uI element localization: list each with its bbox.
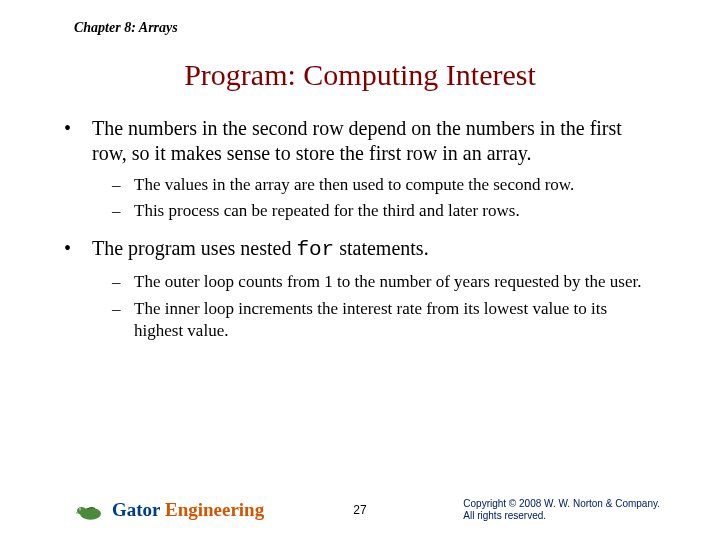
- logo-word-gator: Gator: [112, 499, 165, 520]
- sub-text: The values in the array are then used to…: [134, 174, 660, 196]
- svg-point-3: [79, 509, 80, 510]
- copyright-line: Copyright © 2008 W. W. Norton & Company.: [463, 498, 660, 510]
- dash-marker: –: [112, 298, 134, 342]
- sub-bullet: – The outer loop counts from 1 to the nu…: [112, 271, 660, 293]
- bullet-text: The program uses nested for statements.: [92, 236, 660, 263]
- gator-logo: Gator Engineering: [74, 498, 264, 522]
- gator-text: Gator Engineering: [112, 499, 264, 521]
- sub-bullet: – This process can be repeated for the t…: [112, 200, 660, 222]
- dash-marker: –: [112, 174, 134, 196]
- sub-text: The outer loop counts from 1 to the numb…: [134, 271, 660, 293]
- slide-title: Program: Computing Interest: [0, 58, 720, 92]
- bullet-item: • The program uses nested for statements…: [60, 236, 660, 263]
- sub-list: – The outer loop counts from 1 to the nu…: [112, 271, 660, 341]
- bullet-marker: •: [60, 116, 92, 166]
- slide-body: • The numbers in the second row depend o…: [0, 92, 720, 342]
- dash-marker: –: [112, 271, 134, 293]
- bullet-text-post: statements.: [334, 237, 428, 259]
- bullet-item: • The numbers in the second row depend o…: [60, 116, 660, 166]
- copyright-notice: Copyright © 2008 W. W. Norton & Company.…: [463, 498, 660, 522]
- bullet-marker: •: [60, 236, 92, 263]
- sub-text: The inner loop increments the interest r…: [134, 298, 660, 342]
- copyright-line: All rights reserved.: [463, 510, 660, 522]
- logo-word-engineering: Engineering: [165, 499, 264, 520]
- chapter-header: Chapter 8: Arrays: [0, 0, 720, 36]
- dash-marker: –: [112, 200, 134, 222]
- sub-bullet: – The inner loop increments the interest…: [112, 298, 660, 342]
- sub-list: – The values in the array are then used …: [112, 174, 660, 222]
- sub-bullet: – The values in the array are then used …: [112, 174, 660, 196]
- page-number: 27: [353, 503, 366, 517]
- bullet-text: The numbers in the second row depend on …: [92, 116, 660, 166]
- bullet-text-pre: The program uses nested: [92, 237, 296, 259]
- slide-footer: Gator Engineering 27 Copyright © 2008 W.…: [0, 498, 720, 522]
- code-keyword: for: [296, 238, 334, 261]
- gator-icon: [74, 498, 104, 522]
- sub-text: This process can be repeated for the thi…: [134, 200, 660, 222]
- svg-point-1: [77, 507, 86, 515]
